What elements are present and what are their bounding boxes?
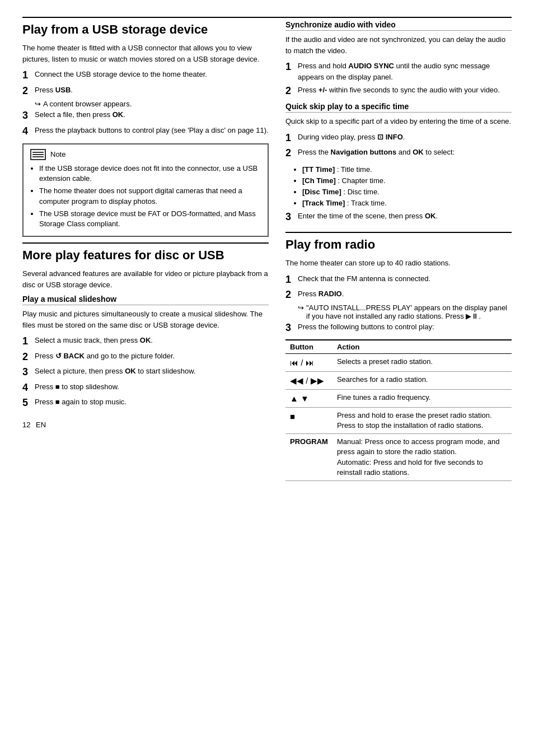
step-num-1: 1 [22, 69, 35, 82]
page-number: 12 EN [22, 421, 269, 429]
radio-steps: 1 Check that the FM antenna is connected… [285, 273, 512, 335]
usb-step-1: 1 Connect the USB storage device to the … [22, 69, 269, 82]
radio-step-num-2: 2 [285, 288, 298, 301]
ss-step-num-3: 3 [22, 366, 35, 379]
note-icon [30, 149, 46, 160]
page-lang: EN [36, 421, 46, 429]
btn-updown: ▲ ▼ [285, 389, 332, 407]
usb-step-2: 2 Press USB. [22, 85, 269, 97]
step-1-content: Connect the USB storage device to the ho… [35, 69, 269, 80]
action-prev-next: Selects a preset radio station. [332, 353, 512, 371]
qs-step-3-content: Enter the time of the scene, then press … [298, 211, 512, 222]
page-num-value: 12 [22, 421, 30, 429]
step-num-3: 3 [22, 109, 35, 122]
quick-skip-steps: 1 During video play, press ⊡ INFO. 2 Pre… [285, 132, 512, 160]
usb-section-title: Play from a USB storage device [22, 22, 269, 37]
slideshow-step-3: 3 Select a picture, then press OK to sta… [22, 366, 269, 379]
quick-skip-title: Quick skip play to a specific time [285, 102, 512, 113]
table-row: ⏮ / ⏭ Selects a preset radio station. [285, 353, 512, 371]
radio-table: Button Action ⏮ / ⏭ Selects a preset rad… [285, 339, 512, 481]
sync-step-2: 2 Press +/- within five seconds to sync … [285, 85, 512, 97]
radio-step-num-1: 1 [285, 273, 298, 286]
sync-step-num-1: 1 [285, 60, 298, 73]
radio-step-num-3: 3 [285, 321, 298, 334]
radio-step-1-content: Check that the FM antenna is connected. [298, 273, 512, 284]
note-item-3: The USB storage device must be FAT or DO… [39, 209, 261, 229]
sync-steps: 1 Press and hold AUDIO SYNC until the au… [285, 60, 512, 97]
radio-step-2-arrow: ↪ "AUTO INSTALL...PRESS PLAY' appears on… [298, 304, 512, 320]
ss-step-3-content: Select a picture, then press OK to start… [35, 366, 269, 377]
radio-step-3-content: Press the following buttons to control p… [298, 321, 512, 333]
note-label: Note [50, 150, 65, 158]
ss-step-num-5: 5 [22, 396, 35, 409]
qs-step-1-content: During video play, press ⊡ INFO. [298, 132, 512, 143]
qs-step-2: 2 Press the Navigation buttons and OK to… [285, 147, 512, 160]
ss-step-1-content: Select a music track, then press OK. [35, 335, 269, 346]
qs-step-num-3: 3 [285, 211, 298, 223]
qs-step-num-2: 2 [285, 147, 298, 160]
step-4-content: Press the playback buttons to control pl… [35, 125, 269, 136]
ss-step-2-content: Press ↺ BACK and go to the picture folde… [35, 351, 269, 362]
note-bullets: If the USB storage device does not fit i… [39, 164, 261, 229]
ss-step-4-content: Press ■ to stop slideshow. [35, 381, 269, 393]
table-row: ▲ ▼ Fine tunes a radio frequency. [285, 389, 512, 407]
qs-bullet-track: [Track Time] : Track time. [302, 198, 512, 208]
table-row: PROGRAM Manual: Press once to access pro… [285, 434, 512, 481]
quick-skip-intro: Quick skip to a specific part of a video… [285, 116, 512, 127]
note-item-1: If the USB storage device does not fit i… [39, 164, 261, 184]
qs-step-1: 1 During video play, press ⊡ INFO. [285, 132, 512, 144]
sync-audio-title: Synchronize audio with video [285, 20, 512, 31]
radio-table-wrapper: Button Action ⏮ / ⏭ Selects a preset rad… [285, 339, 512, 481]
note-box: Note If the USB storage device does not … [22, 143, 269, 237]
radio-step-2: 2 Press RADIO. [285, 288, 512, 301]
radio-step-2-content: Press RADIO. [298, 288, 512, 300]
more-features-intro: Several advanced features are available … [22, 268, 269, 290]
slideshow-steps: 1 Select a music track, then press OK. 2… [22, 335, 269, 409]
arrow-icon: ↪ [35, 100, 41, 108]
slideshow-step-5: 5 Press ■ again to stop music. [22, 396, 269, 409]
action-updown: Fine tunes a radio frequency. [332, 389, 512, 407]
ss-step-num-1: 1 [22, 335, 35, 348]
qs-step3-wrap: 3 Enter the time of the scene, then pres… [285, 211, 512, 223]
sync-audio-intro: If the audio and video are not synchroni… [285, 34, 512, 56]
qs-step-num-1: 1 [285, 132, 298, 144]
section2-rule [22, 242, 269, 244]
usb-step-4: 4 Press the playback buttons to control … [22, 125, 269, 138]
slideshow-step-2: 2 Press ↺ BACK and go to the picture fol… [22, 351, 269, 363]
table-col-action: Action [332, 340, 512, 354]
radio-arrow-text: "AUTO INSTALL...PRESS PLAY' appears on t… [306, 304, 512, 320]
radio-rule [285, 232, 512, 233]
more-features-title: More play features for disc or USB [22, 248, 269, 263]
usb-intro: The home theater is fitted with a USB co… [22, 43, 269, 64]
btn-prev-next: ⏮ / ⏭ [285, 353, 332, 371]
note-header: Note [30, 149, 261, 160]
btn-stop: ■ [285, 407, 332, 433]
action-rew-ff: Searches for a radio station. [332, 371, 512, 389]
radio-step-1: 1 Check that the FM antenna is connected… [285, 273, 512, 286]
step-num-2: 2 [22, 85, 35, 97]
right-column: Synchronize audio with video If the audi… [285, 18, 512, 739]
radio-section-title: Play from radio [285, 237, 512, 252]
ss-step-num-4: 4 [22, 381, 35, 394]
step-num-4: 4 [22, 125, 35, 138]
btn-rew-ff: ◀◀ / ▶▶ [285, 371, 332, 389]
step-3-content: Select a file, then press OK. [35, 109, 269, 120]
radio-intro: The home theater can store up to 40 radi… [285, 258, 512, 269]
slideshow-subsection-title: Play a musical slideshow [22, 295, 269, 305]
sync-step-2-content: Press +/- within five seconds to sync th… [298, 85, 512, 96]
qs-step-3: 3 Enter the time of the scene, then pres… [285, 211, 512, 223]
table-row: ■ Press and hold to erase the preset rad… [285, 407, 512, 433]
table-col-button: Button [285, 340, 332, 354]
note-item-2: The home theater does not support digita… [39, 186, 261, 206]
left-column: Play from a USB storage device The home … [22, 18, 269, 739]
content-browser-text: A content browser appears. [43, 100, 132, 108]
slideshow-step-4: 4 Press ■ to stop slideshow. [22, 381, 269, 394]
action-stop: Press and hold to erase the preset radio… [332, 407, 512, 433]
sync-step-num-2: 2 [285, 85, 298, 97]
qs-bullet-tt: [TT Time] : Title time. [302, 165, 512, 175]
ss-step-num-2: 2 [22, 351, 35, 363]
slideshow-intro: Play music and pictures simultaneously t… [22, 309, 269, 330]
usb-step-2-arrow: ↪ A content browser appears. [35, 100, 269, 108]
sync-step-1: 1 Press and hold AUDIO SYNC until the au… [285, 60, 512, 82]
action-program: Manual: Press once to access program mod… [332, 434, 512, 481]
